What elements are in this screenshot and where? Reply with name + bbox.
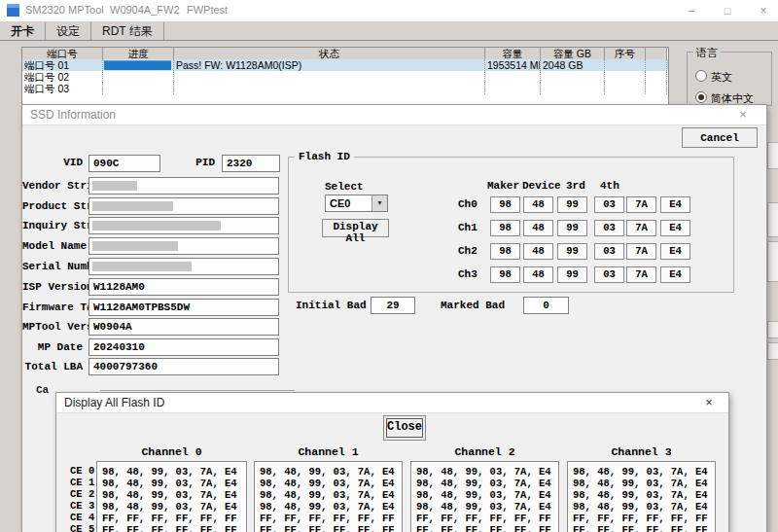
- tab-3[interactable]: RDT 结果: [91, 22, 164, 40]
- flash-id-row: 98, 48, 99, 03, 7A, E4: [260, 502, 402, 514]
- ssd-dialog-titlebar: SSD Information ×: [22, 105, 766, 125]
- tab-bar: 开卡设定RDT 结果: [0, 21, 778, 41]
- field-input[interactable]: W1128AM0TPBS5DW: [88, 299, 279, 316]
- chevron-down-icon[interactable]: ▼: [371, 195, 387, 211]
- flash-id-byte[interactable]: 03: [594, 220, 624, 236]
- flash-id-byte[interactable]: 7A: [626, 266, 656, 283]
- port-table: 端口号进度状态容量容量 GB序号端口号 01Pass! FW: W1128AM0…: [21, 47, 669, 106]
- redacted-value: [92, 221, 221, 231]
- close-button[interactable]: Close: [383, 415, 426, 441]
- ce-label: CE 5: [70, 524, 94, 532]
- flash-id-byte[interactable]: E4: [660, 266, 690, 283]
- table-row[interactable]: 端口号 01Pass! FW: W1128AM0(ISP)1953514 MB2…: [22, 59, 668, 71]
- field-label: Total LBA: [22, 361, 83, 372]
- redacted-value: [92, 181, 137, 191]
- flash-id-byte[interactable]: 99: [557, 220, 587, 236]
- field-input[interactable]: [88, 177, 279, 195]
- field-input[interactable]: W0904A: [88, 318, 279, 336]
- flash-id-byte[interactable]: 98: [490, 266, 520, 283]
- flash-id-byte[interactable]: 03: [594, 243, 624, 260]
- flash-id-byte[interactable]: 48: [523, 243, 553, 260]
- app-icon: [7, 4, 19, 17]
- flash-id-row: 98, 48, 99, 03, 7A, E4: [573, 490, 715, 502]
- flash-id-row: FF, FF, FF, FF, FF, FF: [260, 514, 402, 525]
- table-cell: Pass! FW: W1128AM0(ISP): [174, 59, 485, 71]
- flash-id-byte[interactable]: 48: [523, 196, 553, 213]
- initial-bad-field[interactable]: 29: [371, 297, 415, 314]
- flash-id-byte[interactable]: 98: [490, 220, 520, 236]
- flash-id-byte[interactable]: 99: [557, 266, 587, 283]
- field-label: Serial Number: [22, 261, 83, 272]
- radio-zh[interactable]: [695, 91, 707, 103]
- flash-dialog-close-icon[interactable]: ×: [693, 393, 725, 412]
- col-header-3rd: 3rd: [566, 180, 585, 192]
- flash-id-byte[interactable]: 99: [557, 243, 587, 260]
- minimize-icon[interactable]: –: [677, 1, 706, 20]
- table-cell: 端口号 03: [22, 83, 103, 94]
- display-all-button[interactable]: Display All: [322, 219, 389, 237]
- close-icon[interactable]: ×: [749, 1, 778, 20]
- field-input[interactable]: 4000797360: [88, 358, 279, 375]
- ssd-dialog-close-icon[interactable]: ×: [727, 105, 759, 124]
- table-cell: [103, 83, 174, 94]
- flash-id-byte[interactable]: 48: [523, 266, 553, 283]
- language-group-label: 语言: [693, 46, 721, 60]
- field-input[interactable]: W1128AM0: [88, 278, 279, 296]
- flash-id-row: 98, 48, 99, 03, 7A, E4: [416, 502, 558, 514]
- vid-field[interactable]: 090C: [88, 155, 160, 172]
- flash-id-row: FF, FF, FF, FF, FF, FF: [573, 525, 715, 532]
- tab-1[interactable]: 开卡: [0, 22, 46, 40]
- channel-id-list[interactable]: 98, 48, 99, 03, 7A, E498, 48, 99, 03, 7A…: [254, 461, 403, 532]
- field-input[interactable]: 20240310: [88, 338, 279, 356]
- flash-id-byte[interactable]: E4: [660, 243, 690, 260]
- field-label: Inquiry String: [22, 220, 83, 231]
- field-input[interactable]: [88, 237, 279, 255]
- field-label: MPTool Version: [22, 321, 83, 333]
- channel-label: Ch1: [458, 222, 477, 233]
- table-cell: 1953514 MB: [485, 59, 541, 71]
- flash-id-byte[interactable]: 98: [490, 243, 520, 260]
- field-label: Model Name: [22, 240, 83, 252]
- flash-id-byte[interactable]: E4: [660, 196, 690, 213]
- initial-bad-label: Initial Bad: [296, 300, 367, 311]
- channel-header: Channel 2: [410, 445, 559, 458]
- field-input[interactable]: [88, 197, 279, 215]
- flash-id-row: 98, 48, 99, 03, 7A, E4: [102, 502, 246, 514]
- radio-en[interactable]: [695, 70, 707, 82]
- flash-id-row: 98, 48, 99, 03, 7A, E4: [416, 490, 558, 502]
- radio-label: 英文: [711, 70, 732, 85]
- redacted-value: [92, 241, 178, 251]
- flash-id-byte[interactable]: 03: [594, 266, 624, 283]
- flash-id-byte[interactable]: 99: [557, 196, 587, 213]
- table-cell: [646, 83, 667, 94]
- flash-id-byte[interactable]: 98: [490, 196, 520, 213]
- flash-dialog-title: Display All Flash ID: [64, 396, 164, 409]
- table-cell: [485, 71, 541, 83]
- table-cell: 2048 GB: [541, 59, 605, 71]
- channel-id-list[interactable]: 98, 48, 99, 03, 7A, E498, 48, 99, 03, 7A…: [96, 461, 247, 532]
- cancel-button[interactable]: Cancel: [682, 127, 758, 148]
- ce-label-column: CE 0CE 1CE 2CE 3CE 4CE 5: [70, 466, 94, 532]
- table-cell: [174, 83, 485, 94]
- flash-id-byte[interactable]: 03: [594, 196, 624, 213]
- table-row[interactable]: 端口号 03: [22, 83, 668, 94]
- pid-field[interactable]: 2320: [222, 155, 280, 172]
- field-input[interactable]: [88, 217, 279, 234]
- flash-id-byte[interactable]: 48: [523, 220, 553, 236]
- flash-id-byte[interactable]: 7A: [626, 220, 656, 236]
- channel-label: Ch2: [458, 245, 477, 257]
- tab-2[interactable]: 设定: [46, 22, 91, 40]
- flash-id-byte[interactable]: 7A: [626, 196, 656, 213]
- maximize-icon[interactable]: □: [713, 1, 742, 20]
- field-input[interactable]: [88, 258, 279, 275]
- marked-bad-field[interactable]: 0: [523, 297, 569, 314]
- channel-id-list[interactable]: 98, 48, 99, 03, 7A, E498, 48, 99, 03, 7A…: [410, 461, 559, 532]
- language-groupbox: 语言 英文简体中文: [687, 52, 772, 106]
- hidden-right-button: [767, 342, 778, 360]
- flash-id-byte[interactable]: 7A: [626, 243, 656, 260]
- table-row[interactable]: 端口号 02: [22, 71, 668, 83]
- channel-id-list[interactable]: 98, 48, 99, 03, 7A, E498, 48, 99, 03, 7A…: [567, 461, 716, 532]
- ce-select-dropdown[interactable]: CE0 ▼: [325, 195, 388, 212]
- flash-id-byte[interactable]: E4: [660, 220, 690, 236]
- col-header-maker: Maker: [487, 180, 519, 192]
